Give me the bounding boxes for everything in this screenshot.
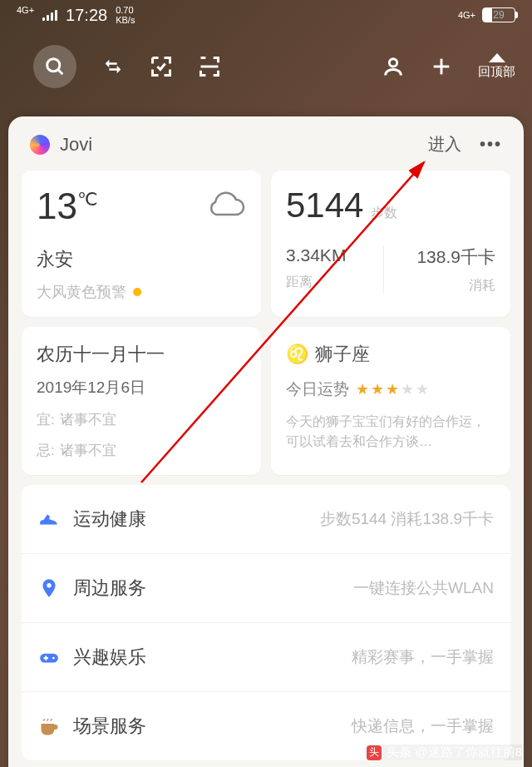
calories-value: 138.9千卡 xyxy=(399,245,496,269)
calendar-card[interactable]: 农历十一月十一 2019年12月6日 宜:诸事不宜 忌:诸事不宜 xyxy=(22,327,261,475)
list-item-health[interactable]: 运动健康 步数5144 消耗138.9千卡 xyxy=(22,485,510,554)
transfer-icon[interactable] xyxy=(101,55,125,78)
back-to-top-label: 回顶部 xyxy=(478,64,515,80)
step-count: 5144 xyxy=(286,186,363,225)
weather-warning: 大风黄色预警 xyxy=(37,282,246,302)
distance-label: 距离 xyxy=(286,274,383,291)
watermark: 头 头条 @迷路了你就往前8 xyxy=(367,745,522,760)
services-list: 运动健康 步数5144 消耗138.9千卡 周边服务 一键连接公共WLAN 兴趣… xyxy=(22,485,510,760)
weather-card[interactable]: 13℃ 永安 大风黄色预警 xyxy=(22,171,261,317)
status-bar: 4G+ 17:28 0.70 KB/s 4G+ 29 xyxy=(0,0,532,30)
temperature: 13℃ xyxy=(37,186,98,227)
check-box-icon[interactable] xyxy=(150,55,173,78)
more-icon[interactable]: ••• xyxy=(480,135,502,154)
search-icon xyxy=(43,55,66,78)
toolbar: 回顶部 xyxy=(0,30,532,98)
list-item-title: 运动健康 xyxy=(73,507,146,532)
profile-icon[interactable] xyxy=(382,55,405,78)
svg-line-1 xyxy=(58,70,62,74)
shoe-icon xyxy=(38,508,60,530)
svg-rect-7 xyxy=(40,654,58,663)
jovi-panel: Jovi 进入 ••• 13℃ 永安 大风黄色预警 5144 xyxy=(8,116,524,767)
back-to-top-button[interactable]: 回顶部 xyxy=(478,53,515,80)
warning-dot-icon xyxy=(133,288,141,296)
network-indicator: 4G+ xyxy=(17,5,34,15)
search-button[interactable] xyxy=(33,45,76,88)
clock: 17:28 xyxy=(66,6,107,25)
list-item-desc: 精彩赛事，一手掌握 xyxy=(352,646,494,668)
fortune-label: 今日运势 xyxy=(286,379,349,400)
leo-icon: ♌ xyxy=(286,344,308,365)
signal-icon xyxy=(42,9,57,21)
list-item-title: 兴趣娱乐 xyxy=(73,645,146,670)
yi-row: 宜:诸事不宜 xyxy=(37,410,246,429)
scan-icon[interactable] xyxy=(198,55,221,78)
pin-icon xyxy=(38,577,60,599)
rating-stars: ★★★★★ xyxy=(356,380,431,398)
gregorian-date: 2019年12月6日 xyxy=(37,377,246,398)
cloud-icon xyxy=(203,191,246,221)
list-item-nearby[interactable]: 周边服务 一键连接公共WLAN xyxy=(22,554,510,623)
network-right: 4G+ xyxy=(458,10,475,20)
city-name: 永安 xyxy=(37,247,246,272)
distance-value: 3.34KM xyxy=(286,245,383,265)
list-item-entertainment[interactable]: 兴趣娱乐 精彩赛事，一手掌握 xyxy=(22,623,510,692)
triangle-up-icon xyxy=(489,53,505,62)
steps-card[interactable]: 5144 步数 3.34KM 距离 138.9千卡 消耗 xyxy=(271,171,510,317)
zodiac-sign: 狮子座 xyxy=(315,342,370,367)
horoscope-description: 今天的狮子宝宝们有好的合作运，可以试着去和合作方谈… xyxy=(286,412,495,452)
battery-icon: 29 xyxy=(482,7,515,22)
cup-icon xyxy=(38,715,60,737)
step-label: 步数 xyxy=(371,205,397,220)
net-speed: 0.70 KB/s xyxy=(116,5,135,25)
svg-point-0 xyxy=(47,59,60,72)
svg-point-6 xyxy=(47,583,51,587)
enter-button[interactable]: 进入 xyxy=(428,133,461,156)
svg-point-3 xyxy=(389,59,397,67)
list-item-title: 场景服务 xyxy=(73,714,146,739)
list-item-desc: 一键连接公共WLAN xyxy=(353,577,494,599)
ji-row: 忌:诸事不宜 xyxy=(37,441,246,460)
horoscope-card[interactable]: ♌ 狮子座 今日运势 ★★★★★ 今天的狮子宝宝们有好的合作运，可以试着去和合作… xyxy=(271,327,510,475)
svg-rect-10 xyxy=(45,656,47,660)
add-icon[interactable] xyxy=(430,55,453,78)
lunar-date: 农历十一月十一 xyxy=(37,342,246,367)
panel-title: Jovi xyxy=(60,134,92,156)
list-item-desc: 快递信息，一手掌握 xyxy=(352,715,494,737)
svg-point-8 xyxy=(52,657,55,660)
calories-label: 消耗 xyxy=(399,277,496,294)
list-item-desc: 步数5144 消耗138.9千卡 xyxy=(320,508,494,530)
list-item-title: 周边服务 xyxy=(73,576,146,601)
jovi-logo-icon xyxy=(30,135,50,155)
game-icon xyxy=(38,646,60,668)
toutiao-icon: 头 xyxy=(367,745,382,760)
